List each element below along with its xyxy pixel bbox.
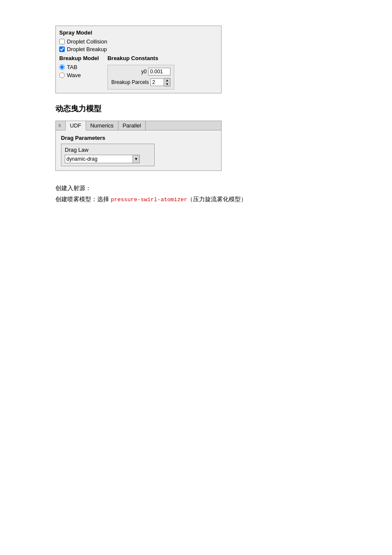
droplet-collision-row: Droplet Collision (59, 38, 218, 45)
drag-params-title: Drag Parameters (61, 135, 216, 141)
parcels-increment-button[interactable]: ▲ (164, 78, 170, 82)
drag-law-label: Drag Law (65, 147, 151, 153)
tab-udf[interactable]: UDF (66, 121, 86, 130)
constants-inner: y0 Breakup Parcels ▲ ▼ (107, 65, 174, 90)
drag-law-box: Drag Law dynamic-drag spherical non-sphe… (61, 144, 155, 166)
parcels-input[interactable] (150, 78, 164, 86)
tab-radio[interactable] (59, 64, 65, 70)
y0-label: y0 (141, 69, 147, 75)
text-line-2-prefix: 创建喷雾模型：选择 (55, 196, 111, 202)
drag-panel-body: Drag Parameters Drag Law dynamic-drag sp… (56, 130, 221, 171)
parcels-spinner: ▲ ▼ (150, 78, 170, 87)
droplet-collision-label: Droplet Collision (67, 38, 107, 45)
breakup-constants-col: Breakup Constants y0 Breakup Parcels ▲ ▼ (107, 55, 174, 90)
parcels-row: Breakup Parcels ▲ ▼ (111, 78, 170, 87)
tab-s[interactable]: s (56, 121, 66, 130)
dynamic-drag-heading: 动态曳力模型 (55, 104, 337, 114)
parcels-spinner-buttons: ▲ ▼ (164, 78, 170, 87)
tab-numerics[interactable]: Numerics (86, 121, 118, 130)
wave-radio[interactable] (59, 72, 65, 78)
text-section: 创建入射源： 创建喷雾模型：选择 pressure-swirl-atomizer… (55, 185, 337, 203)
breakup-model-col: Breakup Model TAB Wave (59, 55, 99, 90)
tab-label: TAB (67, 64, 77, 70)
y0-input[interactable] (148, 68, 170, 75)
dynamic-drag-panel: s UDF Numerics Parallel Drag Parameters … (55, 121, 222, 171)
drag-law-select[interactable]: dynamic-drag spherical non-spherical (65, 155, 133, 163)
droplet-collision-checkbox[interactable] (59, 39, 65, 44)
droplet-breakup-checkbox[interactable] (59, 46, 65, 52)
breakup-constants-header: Breakup Constants (107, 55, 174, 61)
select-arrow-icon: ▼ (133, 155, 140, 163)
tab-parallel[interactable]: Parallel (118, 121, 146, 130)
spray-model-title: Spray Model (59, 29, 218, 36)
droplet-breakup-row: Droplet Breakup (59, 46, 218, 52)
text-line-2: 创建喷雾模型：选择 pressure-swirl-atomizer（压力旋流雾化… (55, 196, 337, 203)
text-line-2-suffix: （压力旋流雾化模型） (187, 196, 247, 202)
wave-label: Wave (67, 72, 81, 78)
spray-model-panel: Spray Model Droplet Collision Droplet Br… (55, 26, 222, 93)
wave-radio-row: Wave (59, 72, 99, 78)
y0-row: y0 (111, 68, 170, 75)
text-line-1: 创建入射源： (55, 185, 337, 192)
breakup-section: Breakup Model TAB Wave Breakup Constants… (59, 55, 218, 90)
tab-radio-row: TAB (59, 64, 99, 70)
tabs-row: s UDF Numerics Parallel (56, 121, 221, 130)
breakup-model-header: Breakup Model (59, 55, 99, 61)
parcels-label: Breakup Parcels (111, 79, 149, 85)
droplet-breakup-label: Droplet Breakup (67, 46, 107, 52)
text-line-2-code: pressure-swirl-atomizer (111, 197, 187, 203)
drag-law-select-wrapper: dynamic-drag spherical non-spherical ▼ (65, 155, 151, 163)
parcels-decrement-button[interactable]: ▼ (164, 82, 170, 86)
